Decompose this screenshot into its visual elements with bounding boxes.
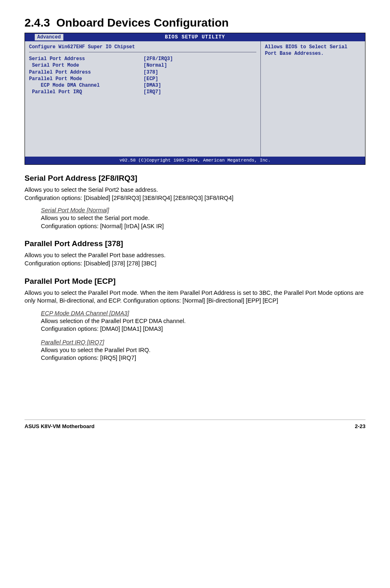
paragraph: Allows you to select the Parallel Port I…: [41, 346, 365, 362]
text-line: Configuration options: [DMA0] [DMA1] [DM…: [41, 325, 163, 332]
bios-row: ECP Mode DMA Channel [DMA3]: [29, 82, 256, 89]
heading-parallel-port-address: Parallel Port Address [378]: [25, 239, 365, 248]
bios-panel-title: Configure Win627EHF Super IO Chipset: [29, 44, 256, 50]
bios-header: Advanced BIOS SETUP UTILITY: [25, 33, 365, 41]
footer-right: 2-23: [355, 423, 365, 429]
bios-row-value: [2F8/IRQ3]: [143, 56, 256, 62]
text-line: Configuration options: [Disabled] [2F8/I…: [25, 195, 233, 201]
bios-row-label: Serial Port Address: [29, 56, 143, 62]
option-title: Serial Port Mode [Normal]: [41, 207, 365, 213]
text-line: Allows you to select the Parallel Port I…: [41, 347, 150, 353]
bios-body: Configure Win627EHF Super IO Chipset Ser…: [25, 41, 365, 157]
section-title: 2.4.3 Onboard Devices Configuration: [25, 16, 365, 29]
bios-row: Parallel Port IRQ [IRQ7]: [29, 89, 256, 95]
option-block: Serial Port Mode [Normal] Allows you to …: [41, 207, 365, 230]
section-number: 2.4.3: [25, 16, 50, 29]
text-line: Configuration options: [Disabled] [378] …: [25, 260, 156, 267]
text-line: Configuration options: [IRQ5] [IRQ7]: [41, 355, 136, 361]
bios-row-value: [IRQ7]: [143, 89, 256, 95]
bios-row: Parallel Port Address [378]: [29, 69, 256, 76]
bios-row-label: Parallel Port IRQ: [29, 89, 143, 95]
option-title: Parallel Port IRQ [IRQ7]: [41, 339, 365, 346]
paragraph: Allows you to select the Parallel Port b…: [25, 251, 365, 267]
bios-row-value: [DMA3]: [143, 82, 256, 89]
bios-footer: v02.58 (C)Copyright 1985-2004, American …: [25, 157, 365, 164]
paragraph: Allows you to select the Parallel Port m…: [25, 289, 365, 305]
footer-left: ASUS K8V-VM Motherboard: [25, 423, 94, 429]
text-line: Allows selection of the Parallel Port EC…: [41, 318, 186, 324]
option-block: Parallel Port IRQ [IRQ7] Allows you to s…: [41, 339, 365, 362]
bios-spacer: [29, 95, 256, 140]
section-name: Onboard Devices Configuration: [56, 16, 229, 29]
text-line: Allows you to select the Serial Port2 ba…: [25, 186, 158, 193]
option-title: ECP Mode DMA Channel [DMA3]: [41, 310, 365, 316]
bios-main-panel: Configure Win627EHF Super IO Chipset Ser…: [25, 41, 261, 157]
page-footer: ASUS K8V-VM Motherboard 2-23: [25, 420, 365, 429]
bios-divider: [29, 52, 256, 52]
bios-help-text: Allows BIOS to Select Serial Port Base A…: [265, 44, 361, 57]
bios-row-value: [ECP]: [143, 76, 256, 82]
bios-row-label: ECP Mode DMA Channel: [29, 82, 143, 89]
text-line: Allows you to select the Parallel Port b…: [25, 252, 166, 258]
heading-parallel-port-mode: Parallel Port Mode [ECP]: [25, 277, 365, 286]
text-line: Configuration options: [Normal] [IrDA] […: [41, 223, 164, 229]
paragraph: Allows selection of the Parallel Port EC…: [41, 317, 365, 333]
paragraph: Allows you to select the Serial port mod…: [41, 214, 365, 230]
bios-row-label: Parallel Port Mode: [29, 76, 143, 82]
bios-tab-advanced: Advanced: [35, 34, 63, 40]
bios-header-title: BIOS SETUP UTILITY: [165, 34, 225, 40]
heading-serial-port-address: Serial Port Address [2F8/IRQ3]: [25, 174, 365, 183]
bios-row: Serial Port Mode [Normal]: [29, 62, 256, 69]
option-block: ECP Mode DMA Channel [DMA3] Allows selec…: [41, 310, 365, 333]
bios-row: Serial Port Address [2F8/IRQ3]: [29, 56, 256, 62]
bios-row-label: Serial Port Mode: [29, 62, 143, 69]
bios-row-value: [378]: [143, 69, 256, 76]
bios-row: Parallel Port Mode [ECP]: [29, 76, 256, 82]
text-line: Allows you to select the Serial port mod…: [41, 215, 150, 221]
paragraph: Allows you to select the Serial Port2 ba…: [25, 186, 365, 202]
bios-window: Advanced BIOS SETUP UTILITY Configure Wi…: [25, 33, 365, 165]
bios-help-panel: Allows BIOS to Select Serial Port Base A…: [261, 41, 365, 157]
bios-row-value: [Normal]: [143, 62, 256, 69]
bios-row-label: Parallel Port Address: [29, 69, 143, 76]
